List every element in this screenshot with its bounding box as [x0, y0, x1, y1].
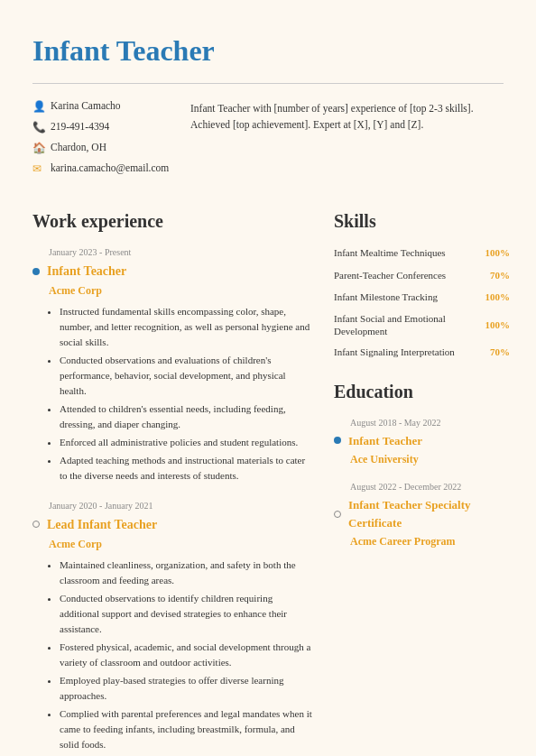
skill-label-2: Infant Milestone Tracking	[334, 290, 465, 303]
job-title-2: Lead Infant Teacher	[47, 515, 157, 534]
job-date-2: January 2020 - January 2021	[49, 499, 312, 512]
contact-city: 🏠 Chardon, OH	[32, 140, 177, 156]
skills-title: Skills	[334, 207, 510, 235]
job-bullets-2: Maintained cleanliness, organization, an…	[49, 558, 312, 756]
skill-pct-2: 100%	[479, 290, 510, 305]
skill-pct-3: 100%	[479, 318, 510, 333]
company-1: Acme Corp	[49, 282, 312, 299]
education-title: Education	[334, 378, 510, 405]
skill-label-0: Infant Mealtime Techniques	[334, 246, 465, 259]
bullet-item: Adapted teaching methods and instruction…	[60, 453, 312, 484]
skill-label-1: Parent-Teacher Conferences	[334, 269, 465, 281]
job-bullets-1: Instructed fundamental skills encompassi…	[49, 304, 312, 484]
edu-title-row-1: Infant Teacher Specialty Certificate	[334, 496, 510, 531]
skill-label-4: Infant Signaling Interpretation	[334, 346, 465, 358]
phone-icon: 📞	[32, 119, 45, 135]
edu-entry-1: August 2022 - December 2022 Infant Teach…	[334, 480, 510, 549]
edu-degree-1: Infant Teacher Specialty Certificate	[348, 496, 510, 531]
bullet-item: Fostered physical, academic, and social …	[60, 640, 312, 670]
bullet-empty-2	[32, 521, 40, 528]
job-title-1: Infant Teacher	[47, 262, 126, 281]
job-title-row-2: Lead Infant Teacher	[32, 515, 312, 534]
edu-degree-0: Infant Teacher	[348, 432, 422, 450]
bullet-item: Attended to children's essential needs, …	[60, 401, 312, 432]
contact-name: 👤 Karina Camacho	[32, 98, 177, 115]
person-icon: 👤	[32, 98, 45, 115]
bullet-filled-1	[32, 268, 40, 275]
skill-pct-0: 100%	[479, 245, 510, 261]
skill-row-1: Parent-Teacher Conferences 70%	[334, 268, 510, 283]
bullet-item: Maintained cleanliness, organization, an…	[60, 558, 312, 588]
bullet-item: Complied with parental preferences and l…	[60, 706, 312, 752]
job-entry-2: January 2020 - January 2021 Lead Infant …	[32, 499, 312, 756]
skills-section: Skills Infant Mealtime Techniques 100% P…	[334, 207, 510, 360]
email-icon: ✉	[32, 161, 45, 177]
edu-school-0: Ace University	[350, 451, 510, 467]
bullet-item: Conducted observations to identify child…	[60, 591, 312, 637]
job-date-1: January 2023 - Present	[49, 245, 312, 259]
contact-section: 👤 Karina Camacho 📞 219-491-4394 🏠 Chardo…	[32, 98, 177, 177]
company-2: Acme Corp	[49, 536, 312, 552]
skill-row-3: Infant Social and Emotional Development …	[334, 312, 510, 338]
job-entry-1: January 2023 - Present Infant Teacher Ac…	[32, 245, 312, 484]
right-column: Skills Infant Mealtime Techniques 100% P…	[334, 207, 510, 756]
edu-school-1: Acme Career Program	[350, 533, 510, 549]
skill-pct-1: 70%	[479, 268, 510, 283]
bullet-item: Conducted observations and evaluations o…	[60, 353, 312, 399]
skill-pct-4: 70%	[479, 345, 510, 360]
main-content: Work experience January 2023 - Present I…	[32, 207, 504, 756]
left-column: Work experience January 2023 - Present I…	[32, 207, 312, 756]
job-title-row-1: Infant Teacher	[32, 262, 312, 281]
education-section: Education August 2018 - May 2022 Infant …	[334, 378, 510, 550]
header-divider	[32, 83, 504, 84]
page-title: Infant Teacher	[32, 29, 504, 72]
edu-bullet-empty-1	[334, 511, 341, 518]
contact-email: ✉ karina.camacho@email.com	[32, 161, 177, 177]
skill-label-3: Infant Social and Emotional Development	[334, 312, 465, 338]
contact-phone: 📞 219-491-4394	[32, 119, 177, 135]
summary-text: Infant Teacher with [number of years] ex…	[190, 98, 504, 134]
bullet-item: Instructed fundamental skills encompassi…	[60, 304, 312, 350]
contact-summary-row: 👤 Karina Camacho 📞 219-491-4394 🏠 Chardo…	[32, 98, 504, 186]
work-experience-title: Work experience	[32, 207, 312, 235]
bullet-item: Enforced all administrative policies and…	[60, 435, 312, 450]
bullet-item: Employed play-based strategies to offer …	[60, 673, 312, 704]
edu-title-row-0: Infant Teacher	[334, 432, 510, 450]
location-icon: 🏠	[32, 140, 45, 156]
skill-row-0: Infant Mealtime Techniques 100%	[334, 245, 510, 261]
edu-date-1: August 2022 - December 2022	[350, 480, 510, 493]
edu-date-0: August 2018 - May 2022	[350, 416, 510, 429]
skill-row-2: Infant Milestone Tracking 100%	[334, 290, 510, 305]
edu-bullet-filled-0	[334, 437, 341, 444]
skill-row-4: Infant Signaling Interpretation 70%	[334, 345, 510, 360]
edu-entry-0: August 2018 - May 2022 Infant Teacher Ac…	[334, 416, 510, 468]
